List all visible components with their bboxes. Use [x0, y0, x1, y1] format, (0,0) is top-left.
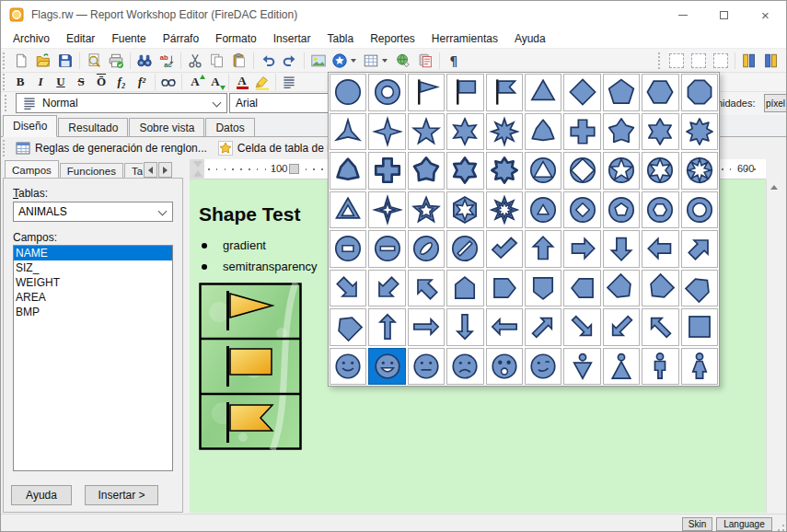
shape-circle-hole-star8[interactable]: [681, 152, 718, 190]
shape-face-sad[interactable]: [446, 348, 483, 386]
first-line-indent-marker[interactable]: [193, 161, 203, 168]
shape-arrow-down[interactable]: [446, 308, 483, 346]
shape-star4-frame[interactable]: [368, 191, 405, 229]
shape-arrow-right-wide[interactable]: [563, 230, 600, 268]
shape-arrow-sw[interactable]: [603, 308, 640, 346]
fields-listbox[interactable]: NAMESIZ_WEIGHTAREABMP: [13, 245, 173, 471]
insert-shape-button[interactable]: [330, 51, 361, 71]
insert-table-button[interactable]: [361, 51, 392, 71]
paragraph-style-combo[interactable]: Normal: [16, 93, 227, 113]
shape-gear-8-lobe[interactable]: [681, 113, 718, 151]
shape-arrow-ne[interactable]: [525, 308, 561, 346]
save-button[interactable]: [54, 51, 76, 71]
shape-star-8-point[interactable]: [486, 113, 523, 151]
shape-octagon[interactable]: [681, 74, 718, 111]
shape-face-surprised[interactable]: [486, 348, 523, 386]
shape-flag-swallowtail[interactable]: [486, 74, 523, 111]
paste-special-button[interactable]: [414, 51, 436, 71]
vertical-scrollbar[interactable]: [766, 179, 781, 513]
italic-button[interactable]: I: [30, 74, 51, 91]
shape-flag-pennant[interactable]: [408, 74, 445, 111]
shape-arrow-se[interactable]: [563, 308, 600, 346]
shape-circle-hole-diamond[interactable]: [563, 191, 600, 229]
field-item-bmp[interactable]: BMP: [14, 305, 172, 319]
shape-hexagon[interactable]: [642, 74, 678, 111]
minimize-button[interactable]: [662, 1, 703, 29]
frame-none-button[interactable]: [665, 51, 688, 71]
overline-button[interactable]: Ō: [91, 74, 111, 91]
tab-diseno[interactable]: Diseño: [3, 115, 57, 137]
shape-circle-hole-triangle[interactable]: [525, 191, 561, 229]
replace-button[interactable]: abac: [156, 51, 178, 71]
shape-star8-frame[interactable]: [486, 191, 523, 229]
menu-parrafo[interactable]: Párrafo: [155, 29, 207, 48]
print-preview-button[interactable]: [83, 51, 105, 71]
shape-figure-man[interactable]: [642, 348, 678, 386]
field-item-siz[interactable]: SIZ_: [14, 260, 172, 275]
field-item-weight[interactable]: WEIGHT: [14, 275, 172, 290]
menu-archivo[interactable]: Archivo: [5, 29, 58, 48]
shape-pentagon-arrow-se[interactable]: [603, 270, 640, 307]
shape-arrow-nw[interactable]: [642, 308, 678, 346]
shrink-font-button[interactable]: A: [205, 74, 226, 91]
redo-button[interactable]: [279, 51, 301, 71]
language-button[interactable]: Language: [716, 517, 772, 531]
toolbar-grip[interactable]: [3, 74, 7, 90]
tables-combo[interactable]: ANIMALS: [13, 202, 173, 222]
close-button[interactable]: ×: [745, 1, 786, 29]
menu-ayuda[interactable]: Ayuda: [506, 29, 554, 48]
underline-button[interactable]: U: [51, 74, 71, 91]
menu-insertar[interactable]: Insertar: [265, 29, 319, 48]
tab-funciones[interactable]: Funciones: [60, 163, 123, 179]
shape-circle-hole-diamond-large[interactable]: [563, 152, 600, 190]
highlight-button[interactable]: [252, 74, 272, 91]
shape-triangle[interactable]: [525, 74, 561, 111]
menu-reportes[interactable]: Reportes: [362, 29, 423, 48]
skin-button[interactable]: Skin: [682, 517, 712, 531]
shape-arrow-up-wide[interactable]: [525, 230, 561, 268]
shape-arrow-right[interactable]: [408, 308, 445, 346]
insert-image-button[interactable]: [307, 51, 330, 71]
units-button[interactable]: píxel: [764, 94, 787, 112]
shape-circle-hole-pentagon[interactable]: [603, 191, 640, 229]
shape-face-wink[interactable]: [525, 348, 561, 386]
shape-arrow-left[interactable]: [486, 308, 523, 346]
shape-pentagon-arrow-sw[interactable]: [642, 270, 678, 307]
tab-datos[interactable]: Datos: [205, 118, 254, 136]
shape-square[interactable]: [681, 308, 718, 346]
menu-formato[interactable]: Formato: [207, 29, 265, 48]
tab-tabulaci[interactable]: Tabulaci: [124, 163, 143, 179]
shape-circle-hole-bar[interactable]: [368, 230, 405, 268]
shape-triangle-frame[interactable]: [330, 191, 366, 229]
grow-font-button[interactable]: A: [185, 74, 205, 91]
toolbar-grip[interactable]: [3, 140, 7, 156]
shape-figure-woman[interactable]: [681, 348, 718, 386]
shape-diamond[interactable]: [563, 74, 600, 111]
field-item-name[interactable]: NAME: [14, 246, 172, 260]
print-button[interactable]: [105, 51, 127, 71]
shape-arrow-sw-wide[interactable]: [368, 270, 405, 307]
tab-scroll-right-button[interactable]: [158, 162, 172, 178]
insert-button[interactable]: Insertar >: [85, 485, 158, 505]
left-indent-marker[interactable]: [193, 170, 203, 177]
maximize-button[interactable]: [703, 1, 745, 29]
shape-pentagon-arrow-left[interactable]: [563, 270, 600, 307]
shape-circle-hole-rectangle[interactable]: [330, 230, 366, 268]
shape-arrow-nw-wide[interactable]: [408, 270, 445, 307]
bold-button[interactable]: B: [10, 74, 30, 91]
new-document-button[interactable]: [10, 51, 32, 71]
shape-arrow-ne-wide[interactable]: [681, 230, 718, 268]
shape-blob-8-round[interactable]: [486, 152, 523, 190]
shape-face-neutral[interactable]: [408, 348, 445, 386]
shape-gear-3-lobe[interactable]: [525, 113, 561, 151]
shape-pentagon-arrow-down[interactable]: [525, 270, 561, 307]
shape-pentagon-arrow-right[interactable]: [486, 270, 523, 307]
shape-blob-3-round[interactable]: [330, 152, 366, 190]
columns-right-button[interactable]: [760, 51, 782, 71]
shape-star-5-point[interactable]: [408, 113, 445, 151]
shape-circle-hole-star6[interactable]: [642, 152, 678, 190]
chevron-down-icon[interactable]: [351, 59, 356, 63]
menu-fuente[interactable]: Fuente: [103, 29, 154, 48]
shape-gear-6-lobe[interactable]: [642, 113, 678, 151]
menu-herramientas[interactable]: Herramientas: [423, 29, 506, 48]
